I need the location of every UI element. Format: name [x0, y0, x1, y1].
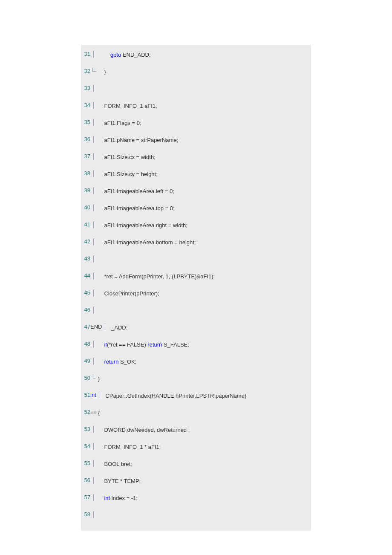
line-number: 52 — [81, 409, 90, 415]
code-text: ClosePrinter(pPrinter); — [96, 289, 311, 298]
code-line: 39 aFI1.ImageableArea.left = 0; — [81, 187, 311, 204]
code-line: 46 — [81, 306, 311, 324]
line-number: 32 — [81, 68, 90, 74]
code-line: 43 — [81, 255, 311, 272]
code-line: 36 aFI1.pName = strPaperName; — [81, 136, 311, 153]
gutter — [90, 289, 96, 296]
gutter — [90, 375, 96, 379]
fold-icon[interactable]: ⊟⊞ — [90, 410, 96, 414]
gutter — [90, 426, 96, 433]
line-number: 40 — [81, 204, 90, 211]
gutter — [90, 511, 96, 518]
gutter — [102, 324, 108, 330]
gutter — [90, 460, 96, 467]
gutter — [96, 392, 102, 399]
line-number: 48 — [81, 341, 90, 347]
code-text: { — [96, 409, 311, 417]
code-text: aFI1.Flags = 0; — [96, 119, 311, 127]
code-text: return S_OK; — [96, 358, 311, 366]
gutter — [90, 255, 96, 262]
code-text: _ADD: — [108, 324, 311, 332]
code-text: DWORD dwNeeded, dwReturned ; — [96, 426, 311, 434]
code-block: 31 goto END_ADD;32 }3334 FORM_INFO_1 aFI… — [81, 45, 311, 531]
line-prefix: int — [90, 392, 96, 398]
line-number: 44 — [81, 272, 90, 279]
line-number: 36 — [81, 136, 90, 142]
code-line: 45 ClosePrinter(pPrinter); — [81, 289, 311, 306]
gutter — [90, 204, 96, 211]
code-line: 41 aFI1.ImageableArea.right = width; — [81, 221, 311, 238]
code-text: CPaper::GetIndex(HANDLE hPrinter,LPSTR p… — [102, 392, 311, 400]
gutter — [90, 102, 96, 109]
code-text: BYTE * TEMP; — [96, 477, 311, 486]
code-text: goto END_ADD; — [96, 51, 311, 59]
code-text: if(*ret == FALSE) return S_FALSE; — [96, 341, 311, 349]
gutter — [90, 187, 96, 194]
line-number: 38 — [81, 170, 90, 176]
code-line: 56 BYTE * TEMP; — [81, 477, 311, 494]
code-line: 54 FORM_INFO_1 * aFI1; — [81, 443, 311, 460]
line-number: 47 — [81, 324, 90, 330]
code-line: 58 — [81, 511, 311, 528]
line-number: 43 — [81, 255, 90, 262]
code-line: 31 goto END_ADD; — [81, 51, 311, 68]
code-text: FORM_INFO_1 * aFI1; — [96, 443, 311, 451]
gutter — [90, 358, 96, 364]
code-line: 34 FORM_INFO_1 aFI1; — [81, 102, 311, 119]
line-number: 33 — [81, 85, 90, 91]
code-text: int index = -1; — [96, 494, 311, 503]
gutter — [90, 494, 96, 501]
line-number: 51 — [81, 392, 90, 398]
code-line: 48 if(*ret == FALSE) return S_FALSE; — [81, 341, 311, 358]
code-text: FORM_INFO_1 aFI1; — [96, 102, 311, 110]
code-line: 44 *ret = AddForm(pPrinter, 1, (LPBYTE)&… — [81, 272, 311, 289]
line-number: 53 — [81, 426, 90, 432]
code-line: 38 aFI1.Size.cy = height; — [81, 170, 311, 187]
gutter — [90, 85, 96, 92]
gutter — [90, 51, 96, 58]
gutter — [90, 153, 96, 160]
line-number: 37 — [81, 153, 90, 159]
gutter: ⊟⊞ — [90, 409, 96, 413]
code-text: aFI1.ImageableArea.left = 0; — [96, 187, 311, 196]
gutter — [90, 477, 96, 484]
code-text: aFI1.Size.cx = width; — [96, 153, 311, 162]
code-line: 50} — [81, 375, 311, 392]
gutter — [90, 306, 96, 313]
line-number: 58 — [81, 511, 90, 517]
gutter — [90, 68, 96, 72]
code-text: aFI1.ImageableArea.bottom = height; — [96, 238, 311, 247]
code-line: 32 } — [81, 68, 311, 85]
line-number: 50 — [81, 375, 90, 381]
line-number: 31 — [81, 51, 90, 57]
code-text: aFI1.ImageableArea.top = 0; — [96, 204, 311, 213]
gutter — [90, 170, 96, 177]
gutter — [90, 443, 96, 450]
line-number: 57 — [81, 494, 90, 500]
line-number: 45 — [81, 289, 90, 296]
line-number: 56 — [81, 477, 90, 483]
code-line: 49 return S_OK; — [81, 358, 311, 375]
code-line: 40 aFI1.ImageableArea.top = 0; — [81, 204, 311, 221]
line-number: 46 — [81, 306, 90, 313]
gutter — [90, 238, 96, 245]
code-line: 35 aFI1.Flags = 0; — [81, 119, 311, 136]
code-line: 37 aFI1.Size.cx = width; — [81, 153, 311, 170]
gutter — [90, 341, 96, 347]
gutter — [90, 221, 96, 228]
line-number: 42 — [81, 238, 90, 245]
line-number: 54 — [81, 443, 90, 449]
code-line: 57 int index = -1; — [81, 494, 311, 511]
code-text: aFI1.ImageableArea.right = width; — [96, 221, 311, 230]
code-line: 53 DWORD dwNeeded, dwReturned ; — [81, 426, 311, 443]
line-number: 35 — [81, 119, 90, 125]
code-text: BOOL bret; — [96, 460, 311, 468]
line-prefix: END — [90, 324, 102, 330]
code-line: 33 — [81, 85, 311, 102]
code-text: *ret = AddForm(pPrinter, 1, (LPBYTE)&aFI… — [96, 272, 311, 281]
code-line: 42 aFI1.ImageableArea.bottom = height; — [81, 238, 311, 255]
code-text: } — [96, 375, 311, 383]
line-number: 34 — [81, 102, 90, 108]
line-number: 41 — [81, 221, 90, 228]
code-line: 51int CPaper::GetIndex(HANDLE hPrinter,L… — [81, 392, 311, 409]
